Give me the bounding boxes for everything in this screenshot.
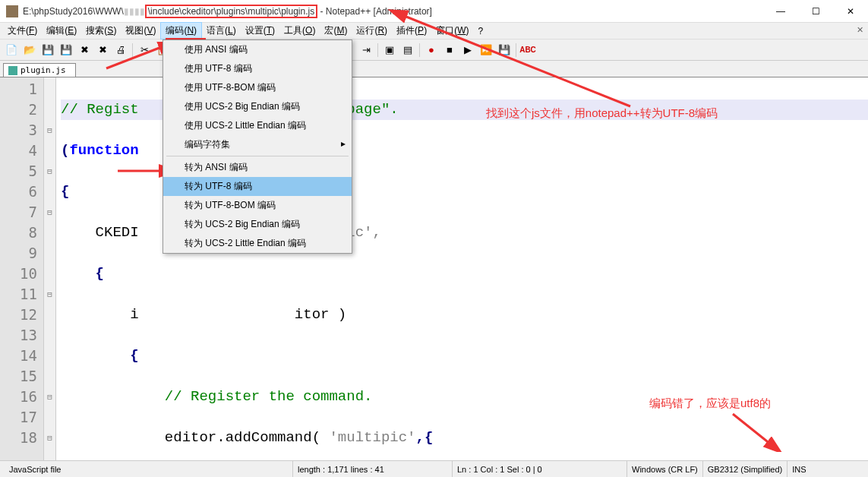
dd-use-ucs2-le[interactable]: 使用 UCS-2 Little Endian 编码 — [163, 116, 352, 135]
minimize-button[interactable]: — — [763, 0, 798, 23]
dd-use-ansi[interactable]: 使用 ANSI 编码 — [163, 40, 352, 59]
close-icon[interactable]: ✖ — [76, 42, 93, 58]
menu-encoding[interactable]: 编码(N) — [160, 22, 202, 39]
dd-use-utf8[interactable]: 使用 UTF-8 编码 — [163, 59, 352, 78]
status-encoding: GB2312 (Simplified) — [703, 461, 788, 477]
dd-convert-utf8-bom[interactable]: 转为 UTF-8-BOM 编码 — [163, 196, 352, 215]
dd-convert-ucs2-le[interactable]: 转为 UCS-2 Little Endian 编码 — [163, 234, 352, 253]
app-icon — [6, 5, 18, 17]
toolbar: 📄 📂 💾 💾 ✖ ✖ 🖨 ✂ 📋 📋 ↶ ↷ 🔍 🔄 🔍 🔍 ↩ ¶ ⇥ ▣ … — [0, 39, 868, 61]
save-macro-icon[interactable]: 💾 — [496, 42, 513, 58]
menu-file[interactable]: 文件(F) — [3, 23, 42, 39]
unfold-icon[interactable]: ▤ — [399, 42, 416, 58]
menu-edit[interactable]: 编辑(E) — [42, 23, 81, 39]
menubar: 文件(F) 编辑(E) 搜索(S) 视图(V) 编码(N) 语言(L) 设置(T… — [0, 23, 868, 39]
save-all-icon[interactable]: 💾 — [58, 42, 74, 58]
status-eol: Windows (CR LF) — [627, 461, 703, 477]
annotation-text-1: 找到这个js文件，用notepad++转为UTF-8编码 — [486, 106, 718, 121]
play-multi-icon[interactable]: ⏩ — [478, 42, 494, 58]
indent-icon[interactable]: ⇥ — [358, 42, 374, 58]
encoding-dropdown: 使用 ANSI 编码 使用 UTF-8 编码 使用 UTF-8-BOM 编码 使… — [163, 39, 352, 254]
close-all-icon[interactable]: ✖ — [94, 42, 111, 58]
menu-window[interactable]: 窗口(W) — [431, 23, 473, 39]
spellcheck-icon[interactable]: ABC — [519, 42, 536, 58]
dd-use-utf8-bom[interactable]: 使用 UTF-8-BOM 编码 — [163, 78, 352, 97]
tab-label: plugin.js — [21, 65, 66, 75]
line-numbers: 123456789101112131415161718 — [0, 77, 44, 460]
file-icon — [8, 66, 17, 75]
dd-convert-utf8[interactable]: 转为 UTF-8 编码 — [163, 177, 352, 196]
menubar-close-icon[interactable]: ✕ — [857, 25, 863, 35]
close-button[interactable]: ✕ — [833, 0, 868, 23]
menu-view[interactable]: 视图(V) — [121, 23, 160, 39]
status-lang: JavaScript file — [5, 461, 293, 477]
menu-tools[interactable]: 工具(O) — [279, 23, 320, 39]
menu-settings[interactable]: 设置(T) — [241, 23, 279, 39]
menu-plugins[interactable]: 插件(P) — [392, 23, 431, 39]
record-icon[interactable]: ● — [423, 42, 440, 58]
menu-language[interactable]: 语言(L) — [202, 23, 241, 39]
maximize-button[interactable]: ☐ — [798, 0, 833, 23]
status-ins: INS — [788, 461, 810, 477]
submenu-arrow-icon: ▸ — [341, 138, 346, 149]
status-length: length : 1,171 lines : 41 — [293, 461, 453, 477]
menu-help[interactable]: ? — [473, 24, 488, 38]
print-icon[interactable]: 🖨 — [112, 42, 129, 58]
dd-charset[interactable]: 编码字符集▸ — [163, 135, 352, 154]
menu-search[interactable]: 搜索(S) — [81, 23, 121, 39]
menu-macro[interactable]: 宏(M) — [320, 23, 352, 39]
status-position: Ln : 1 Col : 1 Sel : 0 | 0 — [453, 461, 627, 477]
play-icon[interactable]: ▶ — [459, 42, 476, 58]
statusbar: JavaScript file length : 1,171 lines : 4… — [0, 460, 868, 477]
titlebar-path: E:\phpStudy2016\WWW\▮▮▮▮\include\ckedito… — [23, 6, 432, 17]
save-icon[interactable]: 💾 — [39, 42, 56, 58]
tab-plugin-js[interactable]: plugin.js — [3, 63, 76, 77]
annotation-text-2: 编码错了，应该是utf8的 — [649, 396, 771, 411]
fold-icon[interactable]: ▣ — [381, 42, 398, 58]
menu-run[interactable]: 运行(R) — [352, 23, 392, 39]
dd-convert-ansi[interactable]: 转为 ANSI 编码 — [163, 158, 352, 177]
stop-icon[interactable]: ■ — [441, 42, 458, 58]
open-icon[interactable]: 📂 — [21, 42, 38, 58]
dd-convert-ucs2-be[interactable]: 转为 UCS-2 Big Endian 编码 — [163, 215, 352, 234]
titlebar: E:\phpStudy2016\WWW\▮▮▮▮\include\ckedito… — [0, 0, 868, 23]
dd-use-ucs2-be[interactable]: 使用 UCS-2 Big Endian 编码 — [163, 97, 352, 116]
cut-icon[interactable]: ✂ — [136, 42, 153, 58]
fold-column[interactable]: ⊟⊟⊟⊟⊟⊟ — [44, 77, 56, 460]
tabbar: plugin.js — [0, 61, 868, 77]
new-icon[interactable]: 📄 — [3, 42, 20, 58]
